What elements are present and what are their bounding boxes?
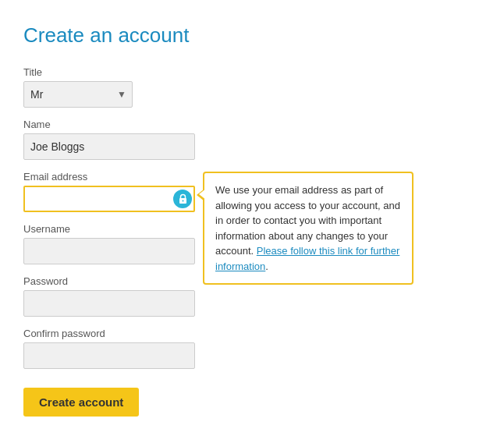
title-select-wrapper: Mr Mrs Ms Miss Dr ▼ <box>23 81 133 108</box>
title-select[interactable]: Mr Mrs Ms Miss Dr <box>23 81 133 108</box>
page-title: Create an account <box>23 23 481 48</box>
email-input-wrapper <box>23 186 195 212</box>
confirm-password-group: Confirm password <box>23 328 481 369</box>
email-input[interactable] <box>23 186 195 212</box>
svg-point-1 <box>182 200 183 202</box>
tooltip-link-suffix: . <box>265 261 268 272</box>
lock-icon <box>173 190 192 208</box>
confirm-password-label: Confirm password <box>23 328 481 339</box>
title-label: Title <box>23 66 481 78</box>
password-input[interactable] <box>23 290 195 317</box>
name-label: Name <box>23 119 481 130</box>
tooltip-arrow-inner <box>199 189 206 200</box>
name-group: Name <box>23 119 481 160</box>
confirm-password-input[interactable] <box>23 342 195 369</box>
email-tooltip: We use your email address as part of all… <box>203 172 413 285</box>
username-input[interactable] <box>23 238 195 264</box>
name-input[interactable] <box>23 133 195 160</box>
title-group: Title Mr Mrs Ms Miss Dr ▼ <box>23 66 481 108</box>
create-account-button[interactable]: Create account <box>23 388 139 417</box>
